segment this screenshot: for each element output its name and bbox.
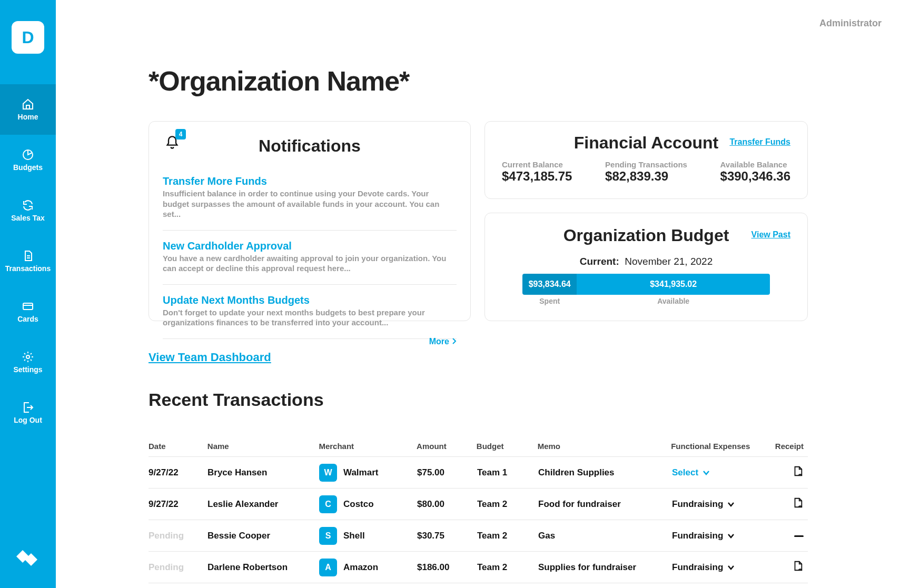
sidebar-item-budgets[interactable]: Budgets [0, 135, 56, 185]
cell-name: Bryce Hansen [207, 467, 319, 478]
col-functional-expenses: Functional Expenses [671, 442, 775, 451]
notification-item[interactable]: Update Next Months Budgets Don't forget … [163, 285, 457, 339]
cell-memo: Children Supplies [538, 467, 672, 478]
col-amount: Amount [417, 442, 477, 451]
fin-label: Current Balance [502, 160, 572, 169]
chevron-down-icon [727, 499, 735, 510]
role-label[interactable]: Administrator [819, 18, 882, 29]
notification-count-badge: 4 [175, 129, 186, 139]
receipt-icon[interactable] [792, 469, 804, 479]
sidebar-item-home[interactable]: Home [0, 84, 56, 135]
document-icon [22, 250, 34, 262]
view-team-dashboard-link[interactable]: View Team Dashboard [149, 351, 271, 364]
notification-item[interactable]: New Cardholder Approval You have a new c… [163, 231, 457, 285]
sidebar-item-cards[interactable]: Cards [0, 286, 56, 337]
table-row[interactable]: PendingDarlene RobertsonAAmazon$186.00Te… [149, 552, 808, 583]
col-date: Date [149, 442, 207, 451]
sidebar-item-settings[interactable]: Settings [0, 337, 56, 387]
cell-merchant: CCostco [319, 495, 417, 513]
sidebar-item-label: Home [18, 113, 38, 121]
budget-header: Organization Budget View Past [502, 226, 790, 245]
view-past-link[interactable]: View Past [751, 230, 790, 240]
brand-mark-icon [16, 550, 39, 569]
bell-icon[interactable]: 4 [165, 135, 180, 150]
fin-label: Pending Transactions [605, 160, 687, 169]
table-row[interactable]: 9/27/22Bryce HansenWWalmart$75.00Team 1C… [149, 457, 808, 489]
notification-body: Insufficient balance in order to continu… [163, 188, 457, 220]
available-label: Available [577, 297, 770, 305]
col-budget: Budget [477, 442, 538, 451]
table-row[interactable]: 9/27/22Leslie AlexanderCCostco$80.00Team… [149, 489, 808, 520]
cell-receipt [776, 560, 808, 574]
receipt-icon[interactable] [792, 564, 804, 574]
col-merchant: Merchant [319, 442, 417, 451]
cell-name: Darlene Robertson [207, 562, 319, 573]
table-row[interactable]: PendingCody FisherWWalmart$36.75Team 1Co… [149, 583, 808, 588]
cell-date: 9/27/22 [149, 467, 207, 478]
fin-value: $390,346.36 [720, 169, 790, 184]
page-title: *Organization Name* [149, 65, 409, 97]
cell-budget: Team 1 [477, 467, 538, 478]
available-balance: Available Balance $390,346.36 [720, 160, 790, 184]
col-name: Name [207, 442, 319, 451]
cell-amount: $75.00 [417, 467, 477, 478]
merchant-badge: W [319, 464, 337, 482]
cell-receipt [776, 531, 808, 541]
merchant-name: Costco [343, 499, 374, 510]
recent-transactions-title: Recent Transactions [149, 390, 324, 410]
col-memo: Memo [538, 442, 671, 451]
merchant-badge: S [319, 527, 337, 545]
chevron-right-icon [451, 337, 457, 346]
merchant-badge: C [319, 495, 337, 513]
cell-functional: Select [672, 467, 776, 478]
sidebar: D Home Budgets Sales Tax Transactions Ca… [0, 0, 56, 588]
gear-icon [22, 351, 34, 363]
pie-icon [22, 148, 34, 161]
sidebar-item-label: Log Out [14, 416, 42, 424]
sidebar-item-logout[interactable]: Log Out [0, 387, 56, 438]
more-label: More [429, 337, 449, 346]
functional-label: Select [672, 467, 698, 478]
spent-segment: $93,834.64 [522, 274, 577, 295]
pending-transactions: Pending Transactions $82,839.39 [605, 160, 687, 184]
financial-account-card: Financial Account Transfer Funds Current… [484, 121, 808, 199]
notifications-header: 4 Notifications [163, 132, 457, 160]
organization-budget-card: Organization Budget View Past Current: N… [484, 213, 808, 321]
cell-amount: $30.75 [417, 531, 477, 541]
notification-title: Update Next Months Budgets [163, 294, 457, 306]
functional-expense-select[interactable]: Fundraising [672, 499, 735, 510]
functional-label: Fundraising [672, 531, 723, 541]
current-balance: Current Balance $473,185.75 [502, 160, 572, 184]
cell-receipt [776, 497, 808, 511]
sidebar-item-label: Transactions [5, 264, 51, 273]
notifications-more-link[interactable]: More [163, 337, 457, 346]
transfer-funds-link[interactable]: Transfer Funds [729, 137, 790, 147]
functional-label: Fundraising [672, 562, 723, 573]
receipt-icon[interactable] [792, 501, 804, 511]
sidebar-item-salestax[interactable]: Sales Tax [0, 185, 56, 236]
table-row[interactable]: PendingBessie CooperSShell$30.75Team 2Ga… [149, 520, 808, 552]
cell-date: Pending [149, 531, 207, 541]
cell-memo: Food for fundraiser [538, 499, 672, 510]
current-date-value: November 21, 2022 [622, 256, 713, 267]
cell-name: Bessie Cooper [207, 531, 319, 541]
budget-progress-bar: $93,834.64 $341,935.02 [522, 274, 770, 295]
cell-amount: $186.00 [417, 562, 477, 573]
cell-budget: Team 2 [477, 562, 538, 573]
sidebar-item-label: Settings [13, 365, 42, 374]
cell-merchant: SShell [319, 527, 417, 545]
notification-item[interactable]: Transfer More Funds Insufficient balance… [163, 166, 457, 231]
functional-expense-select[interactable]: Fundraising [672, 562, 735, 573]
card-icon [22, 300, 34, 313]
svg-point-2 [26, 355, 29, 358]
functional-expense-select[interactable]: Select [672, 467, 710, 478]
sidebar-item-transactions[interactable]: Transactions [0, 236, 56, 286]
notification-body: You have a new cardholder awaiting appro… [163, 253, 457, 274]
notification-title: New Cardholder Approval [163, 240, 457, 252]
sidebar-item-label: Sales Tax [11, 214, 45, 222]
functional-expense-select[interactable]: Fundraising [672, 531, 735, 541]
transactions-table: Date Name Merchant Amount Budget Memo Fu… [149, 436, 808, 588]
notification-body: Don't forget to update your next months … [163, 307, 457, 328]
functional-label: Fundraising [672, 499, 723, 510]
fin-value: $473,185.75 [502, 169, 572, 184]
